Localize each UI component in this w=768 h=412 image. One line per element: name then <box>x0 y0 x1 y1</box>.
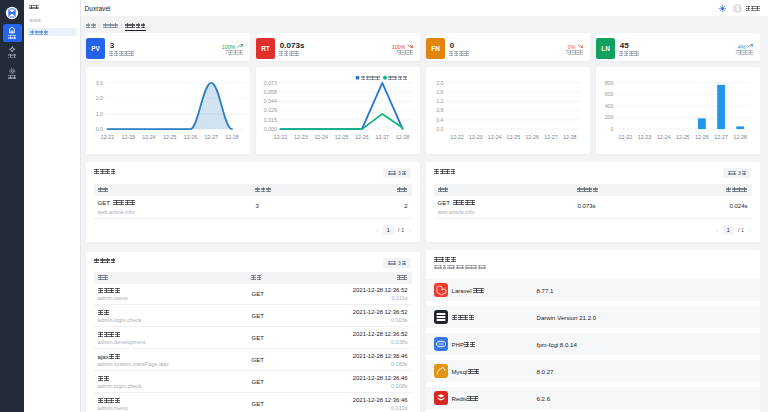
svg-text:12-24: 12-24 <box>142 133 156 139</box>
svg-text:12-27: 12-27 <box>714 133 728 139</box>
svg-text:12-23: 12-23 <box>121 133 135 139</box>
svg-text:12-26: 12-26 <box>183 133 197 139</box>
svg-text:600: 600 <box>604 91 613 97</box>
svg-text:12-22: 12-22 <box>450 133 464 139</box>
svg-text:12-26: 12-26 <box>525 133 539 139</box>
svg-text:12-26: 12-26 <box>355 133 369 139</box>
svg-text:0.073: 0.073 <box>263 79 276 85</box>
svg-text:12-28: 12-28 <box>733 133 747 139</box>
svg-text:0.015: 0.015 <box>263 116 276 122</box>
svg-text:1.6: 1.6 <box>436 88 443 94</box>
svg-text:12-27: 12-27 <box>204 133 218 139</box>
svg-text:0.4: 0.4 <box>436 116 443 122</box>
svg-text:0: 0 <box>610 125 613 131</box>
svg-text:1.2: 1.2 <box>436 98 443 104</box>
svg-text:12-25: 12-25 <box>163 133 177 139</box>
svg-text:200: 200 <box>604 114 613 120</box>
svg-text:0.044: 0.044 <box>263 98 276 104</box>
svg-text:12-22: 12-22 <box>618 133 632 139</box>
svg-text:0.0: 0.0 <box>95 125 102 131</box>
svg-text:12-23: 12-23 <box>294 133 308 139</box>
svg-text:12-23: 12-23 <box>469 133 483 139</box>
svg-text:800: 800 <box>604 79 613 85</box>
svg-text:400: 400 <box>604 102 613 108</box>
svg-text:0.000: 0.000 <box>263 125 276 131</box>
svg-text:12-23: 12-23 <box>637 133 651 139</box>
svg-text:12-27: 12-27 <box>544 133 558 139</box>
svg-text:12-22: 12-22 <box>100 133 114 139</box>
svg-text:12-22: 12-22 <box>273 133 287 139</box>
svg-text:12-25: 12-25 <box>334 133 348 139</box>
svg-text:12-28: 12-28 <box>225 133 239 139</box>
svg-text:2.0: 2.0 <box>436 79 443 85</box>
svg-text:12-24: 12-24 <box>487 133 501 139</box>
svg-text:12-28: 12-28 <box>395 133 409 139</box>
svg-text:2.0: 2.0 <box>95 95 102 101</box>
svg-text:0.8: 0.8 <box>436 107 443 113</box>
svg-text:0.0: 0.0 <box>436 125 443 131</box>
svg-text:3.0: 3.0 <box>95 79 102 85</box>
svg-text:0.029: 0.029 <box>263 107 276 113</box>
svg-text:12-24: 12-24 <box>314 133 328 139</box>
svg-text:12-24: 12-24 <box>656 133 670 139</box>
svg-text:1.0: 1.0 <box>95 110 102 116</box>
svg-text:0.058: 0.058 <box>263 88 276 94</box>
svg-text:12-25: 12-25 <box>506 133 520 139</box>
svg-text:12-28: 12-28 <box>563 133 577 139</box>
svg-text:12-26: 12-26 <box>695 133 709 139</box>
svg-text:12-25: 12-25 <box>676 133 690 139</box>
svg-text:12-27: 12-27 <box>375 133 389 139</box>
